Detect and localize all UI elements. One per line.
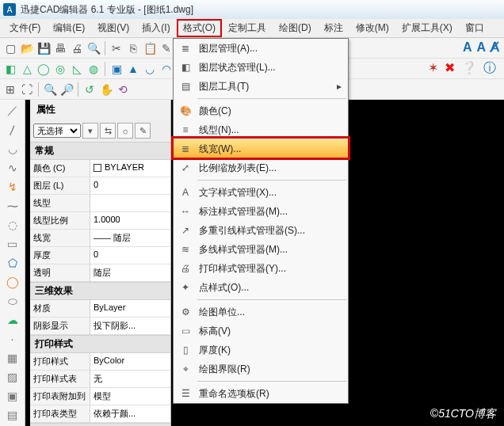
orbit-icon[interactable]: ⟲ [116,82,130,97]
info-icon[interactable]: ⓘ [483,60,496,77]
table-icon[interactable]: ▤ [6,409,19,421]
menuitem-scalelist[interactable]: ⤢比例缩放列表(E)... [174,158,348,177]
menuitem-color[interactable]: 🎨颜色(C) [174,101,348,120]
shape-cone-icon[interactable]: △ [20,62,34,76]
new-icon[interactable]: ▢ [3,41,17,55]
save-icon[interactable]: 💾 [36,41,51,55]
preview-icon[interactable]: 🔍 [86,41,101,55]
menuitem-dimstyle[interactable]: ↔标注样式管理器(M)... [174,202,348,221]
pan-icon[interactable]: ✋ [99,82,113,97]
menu-file[interactable]: 文件(F) [3,19,47,37]
group-printstyle[interactable]: 打印样式 [30,335,170,353]
menuitem-units[interactable]: ⚙绘图单位... [174,302,348,321]
menu-view[interactable]: 视图(V) [91,19,136,37]
menu-modify[interactable]: 修改(M) [349,19,395,37]
polyline-icon[interactable]: 〳 [6,124,19,136]
menuitem-mline[interactable]: ≋多线样式管理器(M)... [174,240,348,259]
ellipse-icon[interactable]: ⬭ [6,295,19,307]
row-ltscale: 线型比例1.0000 [30,212,170,230]
menu-separator [197,299,346,300]
revcloud-icon[interactable]: ☁ [6,314,19,326]
pick-icon[interactable]: ✎ [135,123,151,139]
quick-select-icon[interactable]: ▾ [82,123,98,139]
shape-sphere-icon[interactable]: ◎ [53,62,67,76]
wire-cone-icon[interactable]: ▲ [126,62,140,76]
zoom-window-icon[interactable]: ⊞ [3,82,17,97]
circle-icon[interactable]: ◯ [6,276,19,288]
shape-wedge-icon[interactable]: ◺ [70,62,84,76]
menuitem-linetype[interactable]: ≡线型(N)... [174,120,348,139]
wire-box-icon[interactable]: ▣ [109,62,124,76]
menu-exttools[interactable]: 扩展工具(X) [395,19,459,37]
menu-customtools[interactable]: 定制工具 [222,19,273,37]
polygon-icon[interactable]: ⬠ [6,257,19,269]
shape-torus-icon[interactable]: ◍ [86,62,101,76]
group-3deffect[interactable]: 三维效果 [30,282,170,300]
menu-draw[interactable]: 绘图(D) [273,19,318,37]
hatch-icon[interactable]: ▦ [6,352,19,364]
menuitem-plotstyle[interactable]: 🖨打印样式管理器(Y)... [174,259,348,278]
menuitem-thickness[interactable]: ▯厚度(K) [174,340,348,359]
text-style-a2-icon[interactable]: A [476,40,486,55]
region-icon[interactable]: ▨ [6,371,19,383]
group-general[interactable]: 常规 [30,142,170,160]
saveas-icon[interactable]: 🖶 [53,41,67,55]
menu-insert[interactable]: 插入(I) [136,19,176,37]
ray-icon[interactable]: ↯ [6,181,19,193]
print-icon[interactable]: 🖨 [70,41,84,55]
menuitem-layerstate[interactable]: ◧图层状态管理(L)... [174,58,348,77]
filter-icon[interactable]: ☼ [117,123,133,139]
arc-icon[interactable]: ◡ [6,143,19,155]
wire-dish-icon[interactable]: ◡ [143,62,157,76]
shape-cyl-icon[interactable]: ◯ [36,62,51,76]
printer-icon: 🖨 [178,261,193,276]
shape-cube-icon[interactable]: ◧ [3,62,17,76]
row-material: 材质ByLayer [30,300,170,318]
menu-format[interactable]: 格式(O) [177,19,222,37]
menuitem-mleader[interactable]: ↗多重引线样式管理器(S)... [174,221,348,240]
menuitem-layer-manager[interactable]: ≣图层管理(A)... [174,39,348,58]
linetype-icon: ≡ [178,123,193,137]
zoom-out-icon[interactable]: 🔎 [59,82,74,97]
mline-icon: ≋ [178,242,193,257]
boundary-icon[interactable]: ▣ [6,390,19,402]
point-icon[interactable]: · [6,333,19,345]
menuitem-lineweight[interactable]: ≣线宽(W)... [174,139,348,158]
menuitem-textstyle[interactable]: A文字样式管理(X)... [174,183,348,202]
menuitem-elevation[interactable]: ▭标高(V) [174,321,348,340]
toggle-icon[interactable]: ⇆ [100,123,116,139]
match-icon[interactable]: ✎ [159,41,174,55]
xline-icon[interactable]: ⁓ [6,200,19,212]
line-icon[interactable]: ／ [6,105,19,117]
text-style-a3-icon[interactable]: A̸ [491,40,499,55]
menu-dimension[interactable]: 标注 [318,19,349,37]
star-icon[interactable]: ✶ [428,60,438,77]
separator [105,62,105,76]
text-style-a-icon[interactable]: A [463,40,472,55]
menu-window[interactable]: 窗口 [459,19,491,37]
open-icon[interactable]: 📂 [20,41,34,55]
menuitem-rename[interactable]: ☰重命名选项板(R) [174,384,348,403]
menuitem-limits[interactable]: ⌖绘图界限(R) [174,359,348,378]
copy-icon[interactable]: ⎘ [126,41,140,55]
help-icon[interactable]: ❔ [461,60,477,77]
cut-icon[interactable]: ✂ [109,41,124,55]
close-x-icon[interactable]: ✖ [445,60,455,77]
dimension-icon: ↔ [178,204,193,219]
zoom-prev-icon[interactable]: ↺ [82,82,97,97]
donut-icon[interactable]: ◌ [6,219,19,231]
menubar: 文件(F) 编辑(E) 视图(V) 插入(I) 格式(O) 定制工具 绘图(D)… [0,19,504,38]
selection-dropdown[interactable]: 无选择 [33,124,81,138]
menuitem-layertools[interactable]: ▤图层工具(T) [174,77,348,96]
menu-edit[interactable]: 编辑(E) [47,19,91,37]
spline-icon[interactable]: ∿ [6,162,19,174]
paste-icon[interactable]: 📋 [143,41,157,55]
menuitem-pointstyle[interactable]: ✦点样式(O)... [174,278,348,297]
menu-separator [197,98,346,99]
rect-icon[interactable]: ▭ [6,238,19,250]
zoom-in-icon[interactable]: 🔍 [43,82,57,97]
group-view[interactable]: 视图 [30,423,170,426]
wire-dome-icon[interactable]: ◠ [159,62,174,76]
zoom-ext-icon[interactable]: ⛶ [20,82,34,97]
watermark: ©51CTO博客 [430,407,496,421]
